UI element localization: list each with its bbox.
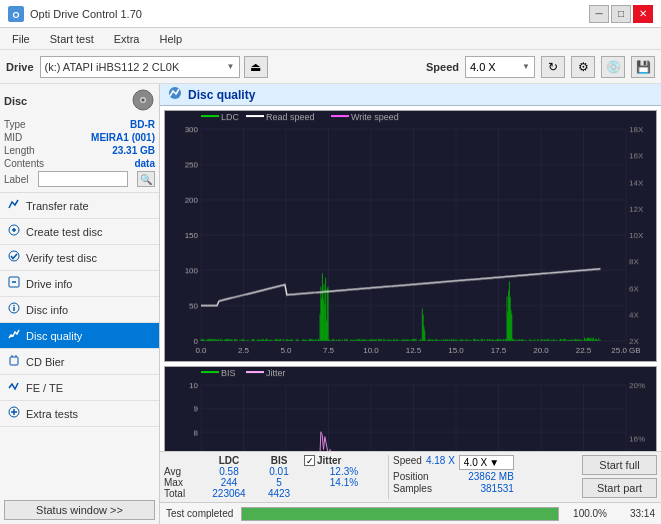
speed-row: Speed 4.18 X 4.0 X ▼ (393, 455, 514, 470)
nav-verify-test-disc[interactable]: Verify test disc (0, 245, 159, 271)
nav-transfer-rate[interactable]: Transfer rate (0, 193, 159, 219)
disc-type-value: BD-R (130, 119, 155, 130)
disc-label-row: Label 🔍 (4, 170, 155, 188)
start-part-button[interactable]: Start part (582, 478, 657, 498)
stats-max-bis: 5 (254, 477, 304, 488)
progress-bar (241, 507, 559, 521)
maximize-button[interactable]: □ (611, 5, 631, 23)
menu-file[interactable]: File (4, 31, 38, 47)
titlebar-controls: ─ □ ✕ (589, 5, 653, 23)
nav-disc-info[interactable]: Disc info (0, 297, 159, 323)
menu-extra[interactable]: Extra (106, 31, 148, 47)
eject-button[interactable]: ⏏ (244, 56, 268, 78)
bis-col-header: BIS (254, 455, 304, 466)
status-window-button[interactable]: Status window >> (4, 500, 155, 520)
fe-te-icon (8, 380, 20, 395)
start-full-button[interactable]: Start full (582, 455, 657, 475)
create-test-disc-icon (8, 224, 20, 239)
nav-cd-bier[interactable]: CD Bier (0, 349, 159, 375)
bis-canvas (165, 367, 656, 451)
stats-total-label: Total (164, 488, 204, 499)
stats-avg-label: Avg (164, 466, 204, 477)
menubar: File Start test Extra Help (0, 28, 661, 50)
stats-avg-jitter: 12.3% (304, 466, 384, 477)
status-text: Test completed (166, 508, 233, 519)
start-buttons: Start full Start part (582, 455, 657, 498)
nav-disc-info-label: Disc info (26, 304, 68, 316)
ldc-col-header: LDC (204, 455, 254, 466)
speed-dropdown[interactable]: 4.0 X ▼ (465, 56, 535, 78)
extra-tests-icon (8, 406, 20, 421)
app-icon: O (8, 6, 24, 22)
disc-type-label: Type (4, 119, 26, 130)
nav-list: Transfer rate Create test disc Verify te… (0, 193, 159, 427)
jitter-label: Jitter (317, 455, 341, 466)
verify-test-disc-icon (8, 250, 20, 265)
stats-header-row: LDC BIS ✓ Jitter (164, 455, 384, 466)
menu-start-test[interactable]: Start test (42, 31, 102, 47)
disc-header: Disc (4, 88, 155, 114)
position-row: Position 23862 MB (393, 471, 514, 482)
disc-mid-label: MID (4, 132, 22, 143)
stats-empty (164, 455, 204, 466)
svg-text:O: O (12, 10, 19, 20)
charts-area (160, 106, 661, 451)
nav-fe-te[interactable]: FE / TE (0, 375, 159, 401)
drive-dropdown[interactable]: (k:) ATAPI iHBS112 2 CL0K ▼ (40, 56, 240, 78)
close-button[interactable]: ✕ (633, 5, 653, 23)
nav-cd-bier-label: CD Bier (26, 356, 65, 368)
speed-dropdown-arrow: ▼ (489, 457, 499, 468)
stats-total-ldc: 223064 (204, 488, 254, 499)
stats-avg-ldc: 0.58 (204, 466, 254, 477)
disc-button[interactable]: 💿 (601, 56, 625, 78)
jitter-col-header: ✓ Jitter (304, 455, 384, 466)
minimize-button[interactable]: ─ (589, 5, 609, 23)
stats-max-jitter: 14.1% (304, 477, 384, 488)
stats-max-ldc: 244 (204, 477, 254, 488)
stats-total-jitter (304, 488, 384, 499)
samples-value: 381531 (480, 483, 513, 494)
stats-divider1 (388, 455, 389, 499)
cd-bier-icon (8, 354, 20, 369)
disc-label-label: Label (4, 174, 28, 185)
disc-length-label: Length (4, 145, 35, 156)
disc-contents-label: Contents (4, 158, 44, 169)
settings-button[interactable]: ⚙ (571, 56, 595, 78)
nav-fe-te-label: FE / TE (26, 382, 63, 394)
disc-label-input[interactable] (38, 171, 128, 187)
ldc-canvas (165, 111, 656, 361)
progress-bar-fill (242, 508, 558, 520)
menu-help[interactable]: Help (151, 31, 190, 47)
svg-rect-14 (10, 357, 18, 365)
samples-label: Samples (393, 483, 432, 494)
nav-create-test-disc[interactable]: Create test disc (0, 219, 159, 245)
nav-extra-tests[interactable]: Extra tests (0, 401, 159, 427)
samples-row: Samples 381531 (393, 483, 514, 494)
nav-create-test-disc-label: Create test disc (26, 226, 102, 238)
disc-quality-header-icon (168, 86, 182, 103)
titlebar-left: O Opti Drive Control 1.70 (8, 6, 142, 22)
jitter-checkbox[interactable]: ✓ (304, 455, 315, 466)
progress-text: 100.0% (567, 508, 607, 519)
speed-arrow: ▼ (522, 62, 530, 71)
disc-section: Disc Type BD-R MID MEIRA1 (001) Length 2… (0, 84, 159, 193)
save-button[interactable]: 💾 (631, 56, 655, 78)
disc-label-btn[interactable]: 🔍 (137, 171, 155, 187)
disc-length-row: Length 23.31 GB (4, 144, 155, 157)
svg-point-8 (9, 251, 19, 261)
nav-disc-quality[interactable]: Disc quality (0, 323, 159, 349)
disc-type-row: Type BD-R (4, 118, 155, 131)
statusbar: Test completed 100.0% 33:14 (160, 502, 661, 524)
drive-select-group: (k:) ATAPI iHBS112 2 CL0K ▼ ⏏ (40, 56, 420, 78)
nav-drive-info-label: Drive info (26, 278, 72, 290)
svg-point-4 (142, 99, 145, 102)
nav-drive-info[interactable]: Drive info (0, 271, 159, 297)
refresh-button[interactable]: ↻ (541, 56, 565, 78)
disc-contents-value: data (134, 158, 155, 169)
nav-verify-test-disc-label: Verify test disc (26, 252, 97, 264)
drive-label: Drive (6, 61, 34, 73)
speed-label: Speed (426, 61, 459, 73)
disc-length-value: 23.31 GB (112, 145, 155, 156)
speed-dropdown-stat[interactable]: 4.0 X ▼ (459, 455, 514, 470)
stats-max-label: Max (164, 477, 204, 488)
